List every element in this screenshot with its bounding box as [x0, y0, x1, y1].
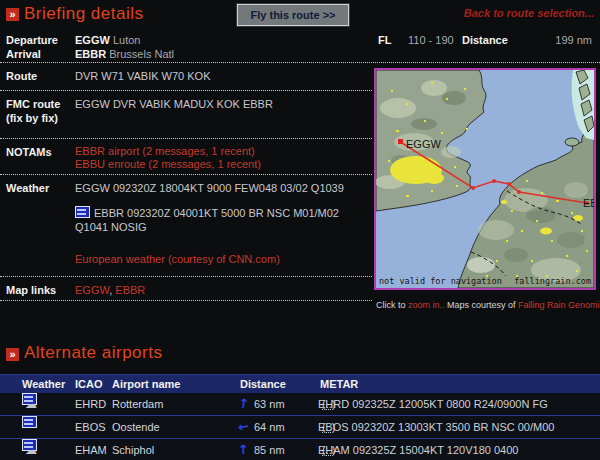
col-airport-name: Airport name: [112, 375, 180, 393]
map-attribution: fallingrain.com: [514, 276, 591, 286]
mist-icon: [75, 206, 90, 218]
route-map[interactable]: EGGW EB not valid for navigation falling…: [374, 68, 596, 290]
distance-value: 199 nm: [528, 34, 592, 46]
route-label: Route: [0, 69, 75, 83]
departure-code: EGGW: [75, 34, 110, 46]
map-departure-label: EGGW: [406, 138, 441, 150]
map-arrival-label: EB: [583, 197, 594, 209]
metar-arrival-line: EBBR 092320Z 04001KT 5000 BR NSC M01/M02…: [75, 206, 372, 234]
map-caption: Click to zoom in.. Maps courtesy of Fall…: [376, 300, 598, 310]
caption-middle: Maps courtesy of: [445, 300, 519, 310]
back-to-route-selection-link[interactable]: Back to route selection...: [464, 7, 594, 19]
map-links-label: Map links: [0, 283, 75, 297]
notam-link-ebbr-airport[interactable]: EBBR airport (2 messages, 1 recent): [75, 145, 372, 158]
table-row-ebos[interactable]: EBOS Oostende ← 64 nm EBOS 092320Z 13003…: [0, 416, 600, 439]
departure-line: DepartureEGGW Luton: [6, 34, 140, 46]
briefing-rows: Route DVR W71 VABIK W70 KOK FMC route(fi…: [0, 63, 372, 301]
notams-label: NOTAMs: [0, 145, 75, 171]
zoom-in-link[interactable]: zoom in..: [408, 300, 445, 310]
weather-label: Weather: [0, 181, 75, 266]
map-links-row: Map links EGGW, EBBR: [0, 277, 372, 301]
map-link-ebbr[interactable]: EBBR: [115, 284, 145, 296]
airport-name: Rotterdam: [112, 393, 163, 415]
route-value: DVR W71 VABIK W70 KOK: [75, 69, 372, 83]
icao-code: EHRD: [75, 393, 106, 415]
fmc-route-row: FMC route(fix by fix) EGGW DVR VABIK MAD…: [0, 91, 372, 139]
fmc-route-label: FMC route(fix by fix): [0, 97, 75, 125]
arrow-glyph: ←: [236, 415, 251, 439]
alternates-title: Alternate airports: [24, 343, 162, 363]
cloud-icon: ☁: [25, 393, 37, 415]
metar-text: EHAM 092325Z 15004KT 120V180 0400(..): [318, 439, 335, 460]
route-map-svg: EGGW EB not valid for navigation falling…: [376, 70, 594, 288]
fmc-label-line1: FMC route: [6, 98, 60, 110]
fl-label: FL: [378, 34, 391, 46]
arrival-name: Brussels Natl: [109, 48, 174, 60]
airport-name: Schiphol: [112, 439, 154, 460]
metar-departure: EGGW 092320Z 18004KT 9000 FEW048 03/02 Q…: [75, 181, 372, 195]
falling-rain-link[interactable]: Falling Rain Genomics.: [518, 300, 600, 310]
metar-body: EBOS 092320Z 13003KT 3500 BR NSC 00/M00: [318, 416, 554, 438]
distance-value: 63 nm: [254, 393, 285, 415]
caption-prefix: Click to: [376, 300, 408, 310]
icao-code: EHAM: [75, 439, 107, 460]
arrival-line: ArrivalEBBR Brussels Natl: [6, 48, 174, 60]
route-row: Route DVR W71 VABIK W70 KOK: [0, 63, 372, 91]
map-link-eggw[interactable]: EGGW: [75, 284, 109, 296]
map-disclaimer: not valid for navigation: [379, 276, 502, 286]
table-row-eham[interactable]: ☁ EHAM Schiphol ↑ 85 nm EHAM 092325Z 150…: [0, 439, 600, 460]
mist-icon: [22, 416, 37, 428]
distance-label: Distance: [462, 34, 508, 46]
section-arrow-icon: »: [6, 8, 19, 21]
distance-value: 85 nm: [254, 439, 285, 460]
col-distance: Distance: [240, 375, 286, 393]
fly-this-route-button[interactable]: Fly this route >>: [237, 4, 349, 26]
flight-summary: DepartureEGGW Luton ArrivalEBBR Brussels…: [0, 30, 600, 63]
metar-body: EHRD 092325Z 12005KT 0800 R24/0900N FG: [318, 393, 548, 415]
notam-link-ebbu-enroute[interactable]: EBBU enroute (2 messages, 1 recent): [75, 158, 372, 171]
notams-row: NOTAMs EBBR airport (2 messages, 1 recen…: [0, 139, 372, 175]
departure-label: Departure: [6, 34, 75, 46]
col-weather: Weather: [22, 375, 65, 393]
fmc-label-line2: (fix by fix): [6, 112, 58, 124]
section-arrow-icon: »: [6, 348, 19, 361]
distance-value: 64 nm: [254, 416, 285, 438]
fl-value: 110 - 190: [408, 34, 454, 46]
european-weather-link[interactable]: European weather (courtesy of CNN.com): [75, 252, 280, 266]
icao-code: EBOS: [75, 416, 106, 438]
airport-name: Oostende: [112, 416, 160, 438]
arrival-label: Arrival: [6, 48, 75, 60]
metar-text: EBOS 092320Z 13003KT 3500 BR NSC 00/M00(…: [318, 416, 335, 438]
table-header-row: Weather ICAO Airport name Distance METAR: [0, 374, 600, 393]
col-icao: ICAO: [75, 375, 103, 393]
weather-row: Weather EGGW 092320Z 18004KT 9000 FEW048…: [0, 175, 372, 277]
alternate-airports-table: Weather ICAO Airport name Distance METAR…: [0, 374, 600, 460]
arrival-code: EBBR: [75, 48, 106, 60]
metar-arrival: EBBR 092320Z 04001KT 5000 BR NSC M01/M02…: [75, 207, 339, 233]
metar-text: EHRD 092325Z 12005KT 0800 R24/0900N FG(.…: [318, 393, 335, 415]
arrow-glyph: ↑: [238, 439, 249, 460]
fmc-route-value: EGGW DVR VABIK MADUX KOK EBBR: [75, 97, 372, 125]
table-row-ehrd[interactable]: ☁ EHRD Rotterdam ↑ 63 nm EHRD 092325Z 12…: [0, 393, 600, 416]
arrow-glyph: ↑: [236, 392, 251, 416]
metar-body: EHAM 092325Z 15004KT 120V180 0400: [318, 439, 518, 460]
col-metar: METAR: [320, 375, 358, 393]
cloud-icon: ☁: [25, 439, 37, 460]
page-title: Briefing details: [24, 4, 144, 24]
departure-name: Luton: [113, 34, 141, 46]
